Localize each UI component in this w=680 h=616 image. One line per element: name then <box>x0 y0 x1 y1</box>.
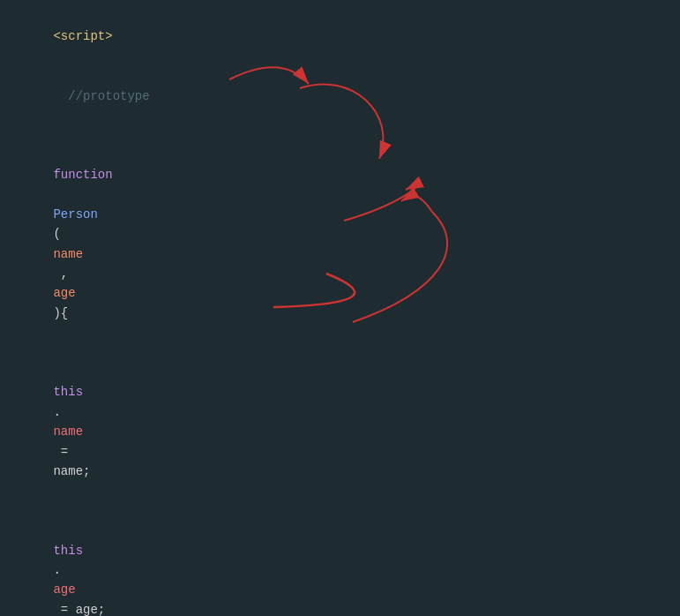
line-1: <script> <box>0 7 680 66</box>
line-2: //prototype <box>0 66 680 125</box>
code-editor: <script> //prototype function Person ( n… <box>0 0 680 616</box>
line-5: this . age = age; <box>0 501 680 616</box>
line-4: this . name = name; <box>0 343 680 501</box>
line-3: function Person ( name , age ){ <box>0 125 680 342</box>
